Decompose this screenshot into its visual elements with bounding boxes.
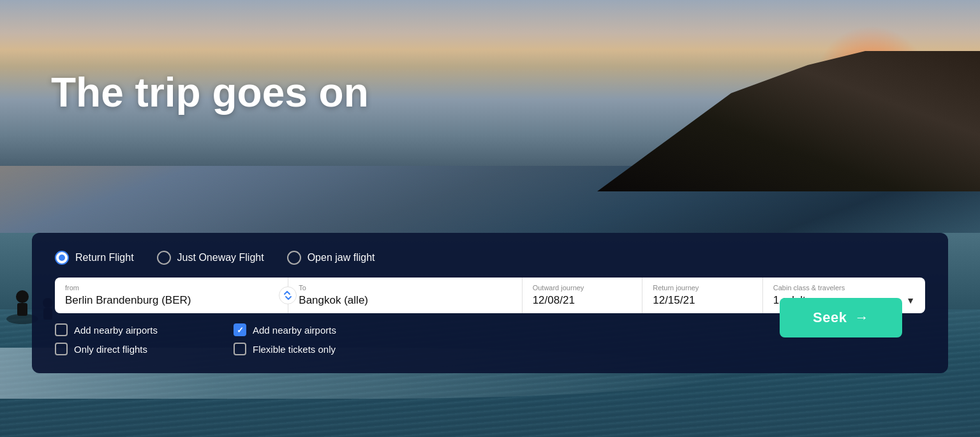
to-value: Bangkok (alle) (299, 294, 511, 307)
options-row: Add nearby airports Only direct flights … (55, 323, 925, 355)
return-value: 12/15/21 (653, 294, 752, 307)
svg-point-1 (16, 290, 29, 303)
only-direct-flights[interactable]: Only direct flights (55, 343, 234, 355)
search-panel: Return Flight Just Oneway Flight Open ja… (32, 233, 948, 373)
flexible-tickets-only[interactable]: Flexible tickets only (234, 343, 925, 355)
radio-oneway-label: Just Oneway Flight (177, 252, 264, 263)
seek-arrow-icon: → (855, 309, 870, 326)
outward-label: Outward journey (533, 284, 632, 292)
hero-title: The trip goes on (51, 70, 369, 115)
radio-return-circle (55, 251, 69, 265)
radio-oneway-circle (157, 251, 171, 265)
chevron-down-icon: ▼ (906, 295, 915, 306)
radio-openjaw-label: Open jaw flight (308, 252, 375, 263)
to-label: To (299, 284, 511, 292)
only-direct-label: Only direct flights (74, 344, 147, 355)
seek-label: Seek (813, 309, 847, 326)
to-field[interactable]: To Bangkok (alle) (288, 278, 522, 313)
flexible-tickets-label: Flexible tickets only (253, 344, 336, 355)
add-nearby-left-label: Add nearby airports (74, 325, 158, 336)
from-label: from (65, 284, 278, 292)
flight-type-row: Return Flight Just Oneway Flight Open ja… (55, 251, 925, 265)
radio-openjaw[interactable]: Open jaw flight (287, 251, 375, 265)
from-value: Berlin Brandenburg (BER) (65, 294, 278, 307)
seek-button[interactable]: Seek → (780, 298, 902, 337)
radio-oneway[interactable]: Just Oneway Flight (157, 251, 264, 265)
return-label: Return journey (653, 284, 752, 292)
radio-return[interactable]: Return Flight (55, 251, 134, 265)
return-date-field[interactable]: Return journey 12/15/21 (642, 278, 763, 313)
outward-date-field[interactable]: Outward journey 12/08/21 (523, 278, 643, 313)
add-nearby-airports-left[interactable]: Add nearby airports (55, 323, 234, 336)
flexible-tickets-checkbox[interactable] (234, 343, 246, 355)
swap-icon[interactable] (279, 286, 297, 304)
add-nearby-right-checkbox[interactable] (234, 323, 246, 336)
checkbox-col-left: Add nearby airports Only direct flights (55, 323, 234, 355)
cabin-label: Cabin class & travelers (773, 284, 915, 292)
radio-openjaw-circle (287, 251, 301, 265)
outward-value: 12/08/21 (533, 294, 632, 307)
add-nearby-right-label: Add nearby airports (253, 325, 336, 336)
svg-rect-2 (17, 303, 27, 316)
add-nearby-left-checkbox[interactable] (55, 323, 68, 336)
radio-return-label: Return Flight (75, 252, 134, 263)
seek-btn-wrap: Seek → (780, 298, 902, 337)
from-field[interactable]: from Berlin Brandenburg (BER) (55, 278, 288, 313)
only-direct-checkbox[interactable] (55, 343, 68, 355)
